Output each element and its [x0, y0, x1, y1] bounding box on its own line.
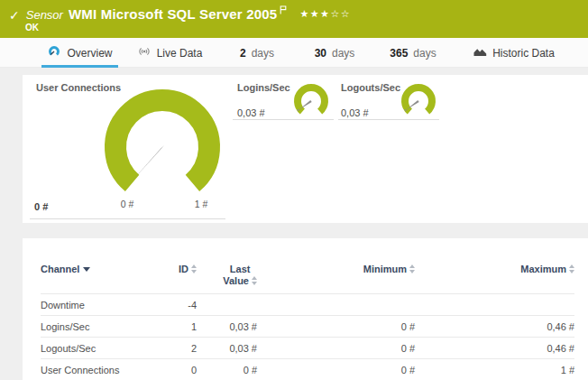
cell-channel: User Connections [41, 365, 131, 375]
column-header-channel[interactable]: Channel [41, 264, 131, 293]
channels-table: Channel ID Last Value Minimum Maximum Do… [23, 238, 588, 380]
tab-365-days[interactable]: 365 days [386, 38, 440, 68]
cell-channel: Downtime [41, 300, 131, 310]
cell-id: 1 [131, 321, 197, 332]
tab-historic-data[interactable]: Historic Data [469, 38, 559, 68]
cell-maximum: 0,46 # [415, 343, 574, 354]
cell-id: 0 [131, 365, 197, 375]
cell-maximum: 0,46 # [415, 321, 574, 332]
table-row-downtime[interactable]: Downtime -4 [41, 293, 574, 315]
tab-historic-data-label: Historic Data [492, 47, 555, 60]
sensor-header-row: ✓ Sensor WMI Microsoft SQL Server 2005 ★… [0, 0, 588, 23]
column-header-id-label: ID [179, 264, 188, 274]
gauge-title-logouts-sec: Logouts/Sec [341, 82, 400, 93]
cell-last-value: 0 # [197, 365, 257, 375]
tab-30-days-unit: days [332, 47, 354, 60]
column-header-id[interactable]: ID [131, 264, 197, 293]
cell-id: -4 [131, 300, 197, 310]
logouts-sec-value: 0,03 # [341, 107, 369, 118]
column-header-value-label: Value [223, 275, 249, 286]
tab-bar: Overview Live Data 2 days 30 days 365 da… [0, 38, 588, 68]
sort-both-icon [569, 264, 574, 273]
logouts-sec-gauge [399, 81, 438, 121]
sensor-status-badge: OK [25, 23, 39, 32]
logins-sec-value: 0,03 # [237, 107, 265, 118]
column-header-minimum-label: Minimum [363, 264, 407, 274]
gauge-min-label: 0 # [111, 199, 143, 209]
tab-30-days[interactable]: 30 days [311, 38, 358, 68]
cell-channel: Logins/Sec [41, 321, 131, 332]
cell-id: 2 [131, 343, 197, 354]
tab-overview-label: Overview [67, 47, 112, 60]
user-connections-gauge [90, 75, 234, 219]
cell-last-value: 0,03 # [197, 343, 257, 354]
column-header-minimum[interactable]: Minimum [257, 264, 415, 293]
sensor-header-bar: ✓ Sensor WMI Microsoft SQL Server 2005 ★… [0, 0, 588, 38]
table-row-logins-sec[interactable]: Logins/Sec 1 0,03 # 0 # 0,46 # [41, 315, 574, 337]
logins-sec-gauge [291, 81, 331, 121]
tab-365-days-number: 365 [390, 47, 408, 60]
gauges-panel: User Connections 0 # 1 # 0 # Logins/Sec … [23, 75, 588, 223]
column-header-channel-label: Channel [41, 264, 79, 274]
sensor-title: WMI Microsoft SQL Server 2005 [69, 6, 277, 22]
tab-2-days-unit: days [252, 47, 274, 60]
column-header-maximum-label: Maximum [520, 264, 566, 274]
priority-stars[interactable]: ★★★☆☆ [299, 8, 351, 20]
cell-minimum: 0 # [257, 321, 415, 332]
active-tab-underline [41, 65, 118, 68]
cell-maximum: 1 # [415, 365, 574, 375]
tile-divider [30, 218, 225, 219]
table-header-row: Channel ID Last Value Minimum Maximum [41, 238, 574, 293]
column-header-maximum[interactable]: Maximum [415, 264, 574, 293]
tab-2-days-number: 2 [240, 47, 246, 60]
tab-365-days-unit: days [413, 47, 436, 60]
cell-channel: Logouts/Sec [41, 343, 131, 354]
gauge-icon [47, 45, 61, 60]
table-row-user-connections[interactable]: User Connections 0 0 # 0 # 1 # [41, 358, 574, 380]
cell-minimum: 0 # [257, 365, 415, 375]
column-header-last-value[interactable]: Last Value [197, 264, 257, 293]
cell-minimum: 0 # [257, 343, 415, 354]
tab-live-data[interactable]: Live Data [133, 38, 206, 68]
stars-filled: ★★★ [299, 8, 330, 19]
flag-marker-icon [280, 2, 287, 18]
cell-last-value: 0,03 # [197, 321, 257, 332]
stars-empty: ☆☆ [330, 8, 351, 19]
sort-desc-icon [83, 267, 90, 272]
tile-divider [338, 119, 439, 120]
gauge-title-logins-sec: Logins/Sec [237, 82, 290, 93]
tab-overview[interactable]: Overview [41, 38, 118, 68]
status-ok-check-icon: ✓ [9, 8, 20, 23]
broadcast-icon [137, 46, 152, 60]
chart-icon [473, 46, 487, 60]
tab-30-days-number: 30 [315, 47, 326, 60]
gauge-max-label: 1 # [185, 199, 217, 209]
tile-divider [233, 119, 334, 120]
column-header-last-label: Last [230, 264, 251, 274]
tab-2-days[interactable]: 2 days [236, 38, 278, 68]
user-connections-value: 0 # [34, 201, 48, 212]
table-row-logouts-sec[interactable]: Logouts/Sec 2 0,03 # 0 # 0,46 # [41, 337, 574, 358]
object-type-label: Sensor [26, 8, 63, 22]
tab-live-data-label: Live Data [157, 47, 203, 60]
